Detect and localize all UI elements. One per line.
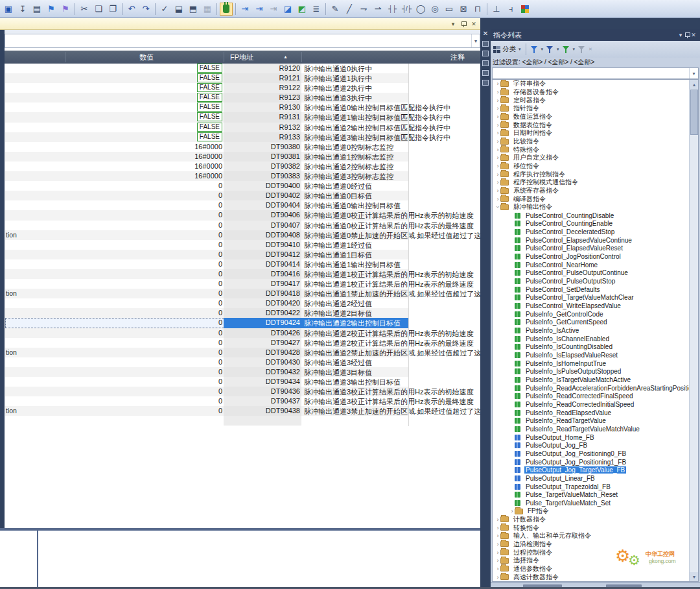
value-cell[interactable]: 16#0000 [194,152,222,160]
tree-instruction-item[interactable]: PulseInfo_ReadAccelerationForbiddenAreaS… [493,384,698,392]
compare-icon[interactable]: ▦ [201,3,214,16]
tree-instruction-item[interactable]: PulseControl_PulseOutputStop [493,277,698,285]
splitter-close-icon[interactable]: ✕ [480,30,491,37]
tree-folder-item[interactable]: ›程序控制模式通信指令 [493,178,698,187]
run-marker-blue-icon[interactable]: ◪ [281,3,294,16]
chevron-collapsed-icon[interactable]: › [495,196,500,202]
value-cell[interactable]: 0 [218,309,222,317]
value-cell[interactable]: 0 [218,241,222,248]
tree-instruction-item[interactable]: PulseControl_ElapsedValueReset [493,244,698,252]
doc-menu-dropdown-icon[interactable]: ▾ [449,21,457,27]
table-row[interactable]: tion0DDT90428脉冲输出通道2禁止加速的开始区域.如果经过值超过了这个… [5,348,408,357]
filter-clear-icon[interactable] [578,45,586,54]
redo-icon[interactable]: ↷ [139,3,152,16]
table-row[interactable]: tion0DDT90408脉冲输出通道0禁止加速的开始区域.如果经过值超过了这个… [5,230,408,240]
value-cell[interactable]: FALSE [197,102,222,112]
tree-instruction-item[interactable]: Pulse_TargetValueMatch_Reset [493,491,698,499]
chevron-collapsed-icon[interactable]: › [509,508,515,514]
value-cell[interactable]: 0 [218,348,222,356]
value-cell[interactable]: 0 [218,319,222,326]
filter-3-icon[interactable] [562,45,570,54]
chevron-collapsed-icon[interactable]: › [495,114,500,120]
dock-tool-icon-3[interactable] [482,60,489,66]
chevron-down-icon[interactable]: ▾ [519,47,521,52]
tree-folder-item[interactable]: ›指针指令 [493,104,698,113]
ladder-rung-icon[interactable]: ⊓ [471,3,484,16]
chevron-collapsed-icon[interactable]: › [495,80,500,87]
verify-icon[interactable]: ✓ [158,3,171,16]
doc-close-icon[interactable]: ✕ [470,21,478,27]
export-icon[interactable]: ↧ [16,3,29,16]
tree-instruction-item[interactable]: PulseOutput_Home_FB [493,433,698,442]
copy-icon[interactable]: ❏ [92,3,105,16]
tree-instruction-item[interactable]: PulseControl_SetDefaults [493,285,698,294]
step-into-icon[interactable]: ⇥ [239,3,251,16]
insert-row-icon[interactable]: ⊥ [490,3,503,16]
value-cell[interactable]: 0 [218,407,222,415]
chevron-down-icon[interactable]: ▾ [541,47,544,52]
table-row[interactable]: FALSER9122脉冲输出通道2执行中 [5,83,408,93]
table-row[interactable]: FALSER9123脉冲输出通道3执行中 [5,93,408,102]
chevron-collapsed-icon[interactable]: › [495,147,500,153]
chevron-collapsed-icon[interactable]: › [495,179,500,186]
scroll-up-icon[interactable]: ▲ [690,80,699,89]
tree-instruction-item[interactable]: PulseControl_TargetValueMatchClear [493,293,698,302]
tree-instruction-item[interactable]: PulseControl_CountingDisable [493,211,698,220]
delete-row-icon[interactable]: ⫞ [504,3,517,16]
chevron-down-icon[interactable]: ▾ [471,34,480,47]
tree-folder-item[interactable]: ›特殊指令 [493,145,698,154]
tree-folder-item[interactable]: ›选择指令 [493,557,698,565]
tree-instruction-item[interactable]: PulseOutput_Jog_FB [493,442,698,450]
monitor-filter-combobox[interactable]: ▾ [5,34,480,48]
value-cell[interactable]: 0 [218,368,222,376]
dock-tool-icon-5[interactable] [482,80,489,86]
tree-folder-item[interactable]: ›过程控制指令 [493,548,698,557]
panel-close-icon[interactable]: ✕ [690,32,697,38]
chevron-collapsed-icon[interactable]: › [495,574,500,581]
value-cell[interactable]: 0 [218,221,222,229]
tree-instruction-item[interactable]: PulseInfo_IsChannelEnabled [493,335,698,343]
chevron-collapsed-icon[interactable]: › [495,566,500,572]
value-cell[interactable]: FALSE [197,64,222,73]
ladder-contact-not-icon[interactable]: ┤/├ [400,3,413,16]
column-header-comment[interactable]: 注释 [450,53,465,62]
value-cell[interactable]: 0 [218,339,222,346]
classify-grid-icon[interactable] [493,46,500,53]
value-cell[interactable]: 0 [218,329,222,337]
sort-ascending-icon[interactable]: ▲ [283,54,288,59]
tree-instruction-item[interactable]: PulseInfo_ReadElapsedValue [493,409,698,417]
scroll-down-icon[interactable]: ▼ [690,572,699,581]
chevron-collapsed-icon[interactable]: › [495,171,500,178]
table-row[interactable]: 0DT90436脉冲输出通道3校正计算结果后的用Hz表示的初始速度 [5,387,408,396]
table-row[interactable]: 0DDT90420脉冲输出通道2经过值 [5,298,408,308]
tree-folder-item[interactable]: ›数据表位指令 [493,121,698,129]
doc-pin-icon[interactable] [461,21,466,27]
value-cell[interactable]: 0 [218,387,222,395]
tree-instruction-item[interactable]: PulseInfo_IsTargetValueMatchActive [493,376,698,384]
table-row[interactable]: 0DDT90402脉冲输出通道0目标值 [5,191,408,200]
panel-pin-icon[interactable] [684,32,690,38]
filter-2-icon[interactable] [546,45,554,54]
tree-instruction-item[interactable]: PulseInfo_IsActive [493,326,698,335]
dock-tool-icon-2[interactable] [482,51,489,56]
save-icon[interactable]: ▣ [2,3,15,16]
upload-from-plc-icon[interactable]: ⬒ [187,3,200,16]
module-colors-icon[interactable] [519,3,531,16]
chevron-down-icon[interactable]: ▾ [573,47,576,52]
table-row[interactable]: 0DT90417脉冲输出通道1校正计算结果后的用Hz表示的最终速度 [5,279,408,289]
dock-tool-icon-4[interactable] [482,70,489,76]
value-cell[interactable]: 0 [218,211,222,219]
tree-folder-item[interactable]: ›日期时间指令 [493,129,698,138]
tree-instruction-item[interactable]: PulseInfo_GetControlCode [493,310,698,319]
table-row[interactable]: 0DDT90404脉冲输出通道0输出控制目标值 [5,200,408,210]
chevron-collapsed-icon[interactable]: › [495,163,500,169]
value-cell[interactable]: 0 [218,289,222,297]
value-cell[interactable]: FALSE [197,83,222,92]
tree-instruction-item[interactable]: PulseInfo_ReadTargetValue [493,417,698,426]
tree-instruction-item[interactable]: PulseInfo_IsPulseOutputStopped [493,368,698,376]
chevron-collapsed-icon[interactable]: › [495,138,500,145]
table-row[interactable]: FALSER9132脉冲输出通道2输出控制目标值匹配指令执行中 [5,123,408,132]
chevron-collapsed-icon[interactable]: › [495,130,500,136]
tree-instruction-item[interactable]: PulseInfo_ReadCorrectedInitialSpeed [493,400,698,409]
chevron-collapsed-icon[interactable]: › [495,533,500,539]
